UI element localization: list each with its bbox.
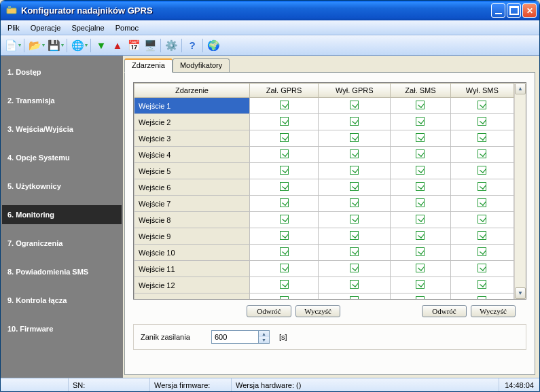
checkbox-checked-icon[interactable]	[416, 198, 425, 207]
sidebar-item-2[interactable]: 3. Wejścia/Wyjścia	[2, 120, 122, 139]
checkbox-checked-icon[interactable]	[416, 280, 425, 289]
checkbox-checked-icon[interactable]	[478, 101, 486, 109]
checkbox-cell[interactable]	[319, 277, 391, 293]
monitor-icon[interactable]: 🖥️	[143, 38, 158, 53]
checkbox-cell[interactable]	[391, 163, 450, 179]
checkbox-checked-icon[interactable]	[350, 182, 359, 191]
event-name-cell[interactable]: Wejście 1	[134, 98, 250, 114]
checkbox-cell[interactable]	[250, 130, 319, 147]
checkbox-cell[interactable]	[391, 130, 450, 147]
table-row[interactable]: Wejście 2	[134, 114, 514, 130]
upload-icon[interactable]: ▲	[110, 38, 125, 53]
checkbox-checked-icon[interactable]	[350, 215, 359, 224]
checkbox-cell[interactable]	[450, 277, 514, 293]
checkbox-cell[interactable]	[391, 98, 450, 114]
checkbox-cell[interactable]	[391, 245, 450, 261]
sidebar-item-0[interactable]: 1. Dostęp	[2, 63, 122, 82]
col-on-sms[interactable]: Zał. SMS	[391, 84, 450, 98]
tab-events[interactable]: Zdarzenia	[124, 58, 173, 73]
checkbox-cell[interactable]	[250, 261, 319, 277]
event-name-cell[interactable]: Wejście 12	[134, 277, 250, 293]
checkbox-checked-icon[interactable]	[416, 247, 425, 256]
maximize-button[interactable]	[507, 3, 521, 18]
checkbox-checked-icon[interactable]	[416, 231, 425, 240]
checkbox-checked-icon[interactable]	[350, 198, 359, 207]
checkbox-cell[interactable]	[391, 212, 450, 228]
checkbox-checked-icon[interactable]	[280, 149, 289, 158]
checkbox-cell[interactable]	[391, 277, 450, 293]
event-name-cell[interactable]: Wejście 13	[134, 293, 250, 300]
sidebar-item-4[interactable]: 5. Użytkownicy	[2, 177, 122, 196]
table-row[interactable]: Wejście 9	[134, 228, 514, 245]
sidebar-item-5[interactable]: 6. Monitoring	[2, 205, 122, 224]
checkbox-cell[interactable]	[450, 245, 514, 261]
scroll-up-icon[interactable]: ▲	[515, 83, 526, 94]
checkbox-cell[interactable]	[319, 98, 391, 114]
checkbox-cell[interactable]	[319, 179, 391, 196]
checkbox-checked-icon[interactable]	[478, 166, 486, 175]
menu-special[interactable]: Specjalne	[66, 22, 109, 34]
download-icon[interactable]: ▼	[94, 38, 109, 53]
event-name-cell[interactable]: Wejście 8	[134, 212, 250, 228]
menu-help[interactable]: Pomoc	[110, 22, 144, 34]
checkbox-checked-icon[interactable]	[416, 215, 425, 224]
checkbox-checked-icon[interactable]	[280, 247, 289, 256]
table-row[interactable]: Wejście 11	[134, 261, 514, 277]
checkbox-cell[interactable]	[450, 130, 514, 147]
globe-icon[interactable]: 🌐	[70, 38, 85, 53]
checkbox-cell[interactable]	[391, 196, 450, 212]
checkbox-checked-icon[interactable]	[350, 264, 359, 272]
checkbox-cell[interactable]	[250, 228, 319, 245]
checkbox-checked-icon[interactable]	[416, 264, 425, 272]
table-row[interactable]: Wejście 5	[134, 163, 514, 179]
col-on-gprs[interactable]: Zał. GPRS	[250, 84, 319, 98]
checkbox-checked-icon[interactable]	[416, 296, 425, 299]
checkbox-checked-icon[interactable]	[478, 280, 486, 289]
new-icon[interactable]: 📄	[3, 38, 18, 53]
table-row[interactable]: Wejście 10	[134, 245, 514, 261]
checkbox-cell[interactable]	[450, 212, 514, 228]
checkbox-checked-icon[interactable]	[280, 231, 289, 240]
checkbox-checked-icon[interactable]	[478, 198, 486, 207]
sidebar-item-6[interactable]: 7. Ograniczenia	[2, 234, 122, 253]
event-name-cell[interactable]: Wejście 2	[134, 114, 250, 130]
table-row[interactable]: Wejście 6	[134, 179, 514, 196]
event-name-cell[interactable]: Wejście 4	[134, 147, 250, 163]
invert-gprs-button[interactable]: Odwróć	[247, 305, 291, 317]
menu-operations[interactable]: Operacje	[25, 22, 67, 34]
close-button[interactable]	[522, 3, 537, 18]
checkbox-cell[interactable]	[450, 196, 514, 212]
checkbox-checked-icon[interactable]	[350, 296, 359, 299]
checkbox-checked-icon[interactable]	[280, 133, 289, 142]
checkbox-cell[interactable]	[450, 179, 514, 196]
sidebar-item-9[interactable]: 10. Firmware	[2, 319, 122, 338]
checkbox-cell[interactable]	[391, 114, 450, 130]
checkbox-checked-icon[interactable]	[350, 231, 359, 240]
checkbox-checked-icon[interactable]	[280, 182, 289, 191]
invert-sms-button[interactable]: Odwróć	[422, 305, 467, 317]
checkbox-checked-icon[interactable]	[350, 247, 359, 256]
checkbox-checked-icon[interactable]	[280, 280, 289, 289]
scroll-down-icon[interactable]: ▼	[515, 287, 526, 299]
checkbox-checked-icon[interactable]	[416, 117, 425, 126]
checkbox-cell[interactable]	[250, 196, 319, 212]
sidebar-item-7[interactable]: 8. Powiadomienia SMS	[2, 262, 122, 281]
sidebar-item-8[interactable]: 9. Kontrola łącza	[2, 291, 122, 310]
checkbox-checked-icon[interactable]	[350, 149, 359, 158]
checkbox-cell[interactable]	[250, 212, 319, 228]
checkbox-cell[interactable]	[450, 163, 514, 179]
checkbox-cell[interactable]	[450, 98, 514, 114]
checkbox-cell[interactable]	[319, 228, 391, 245]
event-name-cell[interactable]: Wejście 9	[134, 228, 250, 245]
clear-gprs-button[interactable]: Wyczyść	[295, 305, 340, 317]
event-name-cell[interactable]: Wejście 10	[134, 245, 250, 261]
checkbox-checked-icon[interactable]	[478, 117, 486, 126]
col-off-gprs[interactable]: Wył. GPRS	[319, 84, 391, 98]
checkbox-checked-icon[interactable]	[280, 117, 289, 126]
checkbox-checked-icon[interactable]	[416, 133, 425, 142]
checkbox-cell[interactable]	[319, 114, 391, 130]
checkbox-cell[interactable]	[250, 163, 319, 179]
save-icon[interactable]: 💾	[46, 38, 61, 53]
checkbox-checked-icon[interactable]	[478, 296, 486, 299]
checkbox-checked-icon[interactable]	[478, 182, 486, 191]
